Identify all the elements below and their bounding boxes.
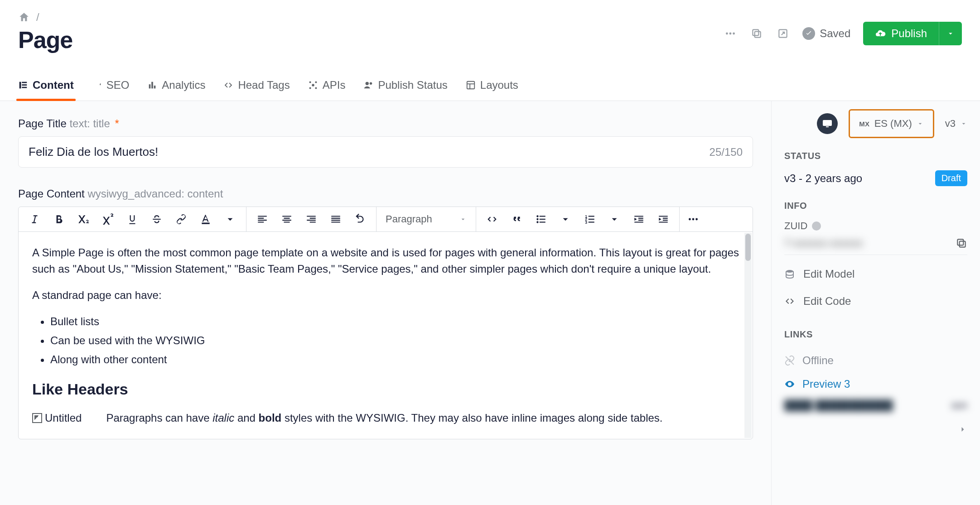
align-justify-button[interactable] (323, 207, 348, 231)
svg-rect-28 (540, 221, 546, 222)
svg-rect-6 (19, 82, 21, 89)
code-icon (784, 296, 795, 307)
svg-point-14 (309, 82, 311, 83)
tab-apis[interactable]: APIs (308, 72, 346, 101)
align-right-button[interactable] (299, 207, 323, 231)
tab-content[interactable]: Content (18, 72, 74, 101)
svg-point-24 (536, 218, 538, 220)
more-icon[interactable] (724, 27, 737, 40)
tab-seo[interactable]: SEO (92, 72, 130, 101)
page-title: Page (18, 26, 72, 53)
tab-layouts[interactable]: Layouts (466, 72, 518, 101)
broken-image-icon: Untitled (32, 410, 82, 426)
svg-point-35 (689, 218, 691, 221)
check-circle-icon (802, 27, 815, 40)
svg-point-18 (366, 82, 369, 85)
bullet-list-caret[interactable] (553, 207, 578, 231)
edit-code-link[interactable]: Edit Code (784, 288, 967, 315)
strikethrough-button[interactable] (145, 207, 169, 231)
subscript-button[interactable] (71, 207, 96, 231)
svg-rect-10 (149, 84, 151, 88)
svg-text:3: 3 (585, 220, 587, 225)
desktop-icon (821, 119, 833, 128)
format-select[interactable]: Paragraph (377, 207, 476, 231)
text-color-button[interactable] (193, 207, 218, 231)
tabs: Content SEO Analytics Head Tags APIs Pub… (0, 72, 980, 101)
chevron-right-icon[interactable] (958, 425, 967, 434)
editor-bullet-list: Bullet lists Can be used with the WYSIWI… (50, 313, 739, 368)
copy-zuid-button[interactable] (956, 237, 967, 249)
blockquote-button[interactable] (504, 207, 529, 231)
svg-rect-38 (823, 120, 832, 126)
svg-point-16 (309, 87, 311, 89)
preview-link[interactable]: Preview 3 (784, 372, 967, 396)
svg-point-25 (536, 221, 538, 223)
svg-rect-12 (154, 86, 156, 88)
breadcrumb-separator: / (36, 11, 39, 24)
version-selector[interactable]: v3 (945, 118, 967, 130)
trending-icon (92, 80, 102, 90)
publish-dropdown-button[interactable] (939, 22, 962, 45)
svg-rect-11 (152, 82, 154, 89)
svg-rect-20 (467, 82, 475, 89)
italic-button[interactable] (22, 207, 47, 231)
svg-point-17 (315, 87, 317, 89)
svg-point-1 (729, 33, 732, 35)
open-external-icon[interactable] (776, 27, 790, 40)
svg-rect-33 (589, 219, 594, 220)
svg-rect-8 (22, 84, 27, 86)
indent-button[interactable] (651, 207, 676, 231)
list-item: Can be used with the WYSIWIG (50, 332, 739, 349)
numbered-list-caret[interactable] (602, 207, 627, 231)
layout-icon (466, 80, 476, 90)
tab-analytics[interactable]: Analytics (147, 72, 205, 101)
code-icon (223, 80, 233, 90)
content-icon (18, 80, 28, 90)
svg-rect-41 (957, 239, 963, 245)
outdent-button[interactable] (627, 207, 651, 231)
undo-button[interactable] (348, 207, 372, 231)
underline-button[interactable] (120, 207, 145, 231)
wysiwyg-editor: Paragraph 123 (18, 207, 753, 439)
superscript-button[interactable] (96, 207, 120, 231)
numbered-list-button[interactable]: 123 (578, 207, 602, 231)
tab-head-tags[interactable]: Head Tags (223, 72, 290, 101)
help-icon[interactable] (812, 221, 821, 231)
char-count: 25/150 (710, 146, 743, 159)
status-text: v3 - 2 years ago (784, 172, 862, 185)
breadcrumb: / (18, 11, 72, 24)
link-button[interactable] (169, 207, 193, 231)
zuid-label: ZUID (784, 220, 967, 232)
toolbar-overflow-button[interactable] (680, 207, 707, 231)
offline-link: Offline (784, 349, 967, 372)
users-icon (363, 80, 373, 90)
tab-publish-status[interactable]: Publish Status (363, 72, 447, 101)
apis-icon (308, 80, 318, 90)
links-section-label: LINKS (784, 329, 967, 340)
text-color-caret[interactable] (218, 207, 242, 231)
editor-paragraph: A standrad page can have: (32, 287, 739, 303)
editor-heading: Like Headers (32, 378, 739, 401)
align-left-button[interactable] (250, 207, 275, 231)
publish-button[interactable]: Publish (863, 22, 939, 45)
page-content-field-label: Page Content wysiwyg_advanced: content (18, 188, 753, 200)
page-title-input[interactable] (29, 145, 710, 159)
code-block-button[interactable] (480, 207, 504, 231)
locale-selector[interactable]: MX ES (MX) (849, 109, 934, 138)
svg-point-23 (536, 215, 538, 217)
zuid-value: 7-xxxxxx-xxxxxx (784, 237, 863, 249)
svg-point-13 (312, 84, 314, 87)
svg-point-2 (733, 33, 735, 35)
device-preview-button[interactable] (817, 113, 838, 134)
home-icon[interactable] (18, 11, 30, 23)
page-title-input-wrap: 25/150 (18, 136, 753, 168)
bold-button[interactable] (47, 207, 71, 231)
align-center-button[interactable] (275, 207, 299, 231)
copy-icon[interactable] (750, 27, 763, 40)
editor-content[interactable]: A Simple Page is often the most common p… (19, 232, 753, 439)
editor-paragraph: A Simple Page is often the most common p… (32, 245, 739, 277)
svg-rect-7 (22, 82, 27, 83)
bullet-list-button[interactable] (529, 207, 553, 231)
editor-scrollbar[interactable] (744, 233, 752, 438)
edit-model-link[interactable]: Edit Model (784, 260, 967, 288)
